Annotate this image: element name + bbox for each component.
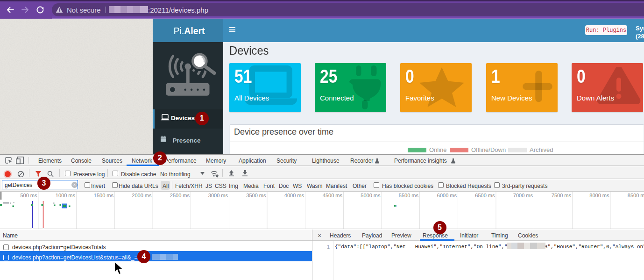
svg-text:8500 ms: 8500 ms (628, 193, 644, 198)
svg-text:5000 ms: 5000 ms (361, 193, 381, 198)
svg-text:2000 ms: 2000 ms (132, 193, 152, 198)
svg-text:8000 ms: 8000 ms (589, 193, 609, 198)
svg-text:6000 ms: 6000 ms (437, 193, 457, 198)
svg-text:4000 ms: 4000 ms (284, 193, 304, 198)
svg-text:5500 ms: 5500 ms (399, 193, 419, 198)
svg-text:3000 ms: 3000 ms (208, 193, 228, 198)
svg-text:7500 ms: 7500 ms (552, 193, 572, 198)
svg-text:1500 ms: 1500 ms (94, 193, 114, 198)
svg-text:4500 ms: 4500 ms (323, 193, 343, 198)
svg-text:7000 ms: 7000 ms (513, 193, 533, 198)
svg-text:2500 ms: 2500 ms (170, 193, 190, 198)
svg-text:3500 ms: 3500 ms (246, 193, 266, 198)
svg-text:1000 ms: 1000 ms (56, 193, 76, 198)
svg-text:500 ms: 500 ms (20, 193, 37, 198)
svg-text:6500 ms: 6500 ms (475, 193, 495, 198)
